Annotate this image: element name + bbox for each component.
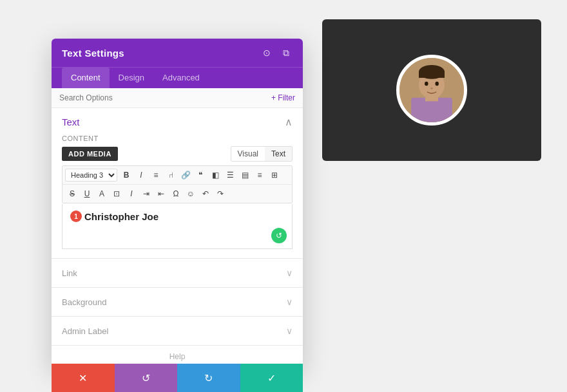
filter-button[interactable]: + Filter [271,93,295,102]
panel-body: Text ∧ Content ADD MEDIA Visual Text [52,108,303,368]
add-media-button[interactable]: ADD MEDIA [62,147,118,161]
text-section-title: Text [62,117,80,127]
avatar [396,55,467,126]
emoji-button[interactable]: ☺ [184,187,198,201]
editor-content-text: Christopher Joe [84,211,159,222]
cancel-button[interactable]: ✕ [52,364,115,392]
panel-header: Text Settings ⊙ ⧉ [52,39,303,67]
align-full-button[interactable]: ≡ [253,168,267,182]
paste-button[interactable]: ⊡ [110,187,124,201]
bottom-toolbar: ✕ ↺ ↻ ✓ [52,364,303,392]
underline-button[interactable]: U [80,187,94,201]
strikethrough-button[interactable]: S [65,187,79,201]
editor-badge: 1 [70,210,82,222]
toolbar-row-1: Heading 3 B I ≡ ⑁ 🔗 ❝ ◧ ☰ ▤ ≡ ⊞ [62,166,292,185]
align-right-button[interactable]: ▤ [238,168,252,182]
table-button[interactable]: ⊞ [267,168,282,182]
confirm-icon: ✓ [267,372,276,384]
editor-toolbar: Heading 3 B I ≡ ⑁ 🔗 ❝ ◧ ☰ ▤ ≡ ⊞ [62,165,293,203]
settings-icon[interactable]: ⊙ [260,46,273,59]
editor-text: 1 Christopher Joe [70,210,284,222]
unordered-list-button[interactable]: ≡ [149,168,163,182]
svg-rect-5 [419,72,445,78]
admin-label-section-label: Admin Label [62,326,108,336]
undo-button[interactable]: ↺ [115,364,178,392]
confirm-button[interactable]: ✓ [240,364,303,392]
indent-button[interactable]: ⇥ [139,187,153,201]
redo-icon: ↻ [204,372,213,384]
text-section: Text ∧ Content ADD MEDIA Visual Text [52,108,303,259]
panel-title: Text Settings [62,48,124,59]
header-icons: ⊙ ⧉ [260,46,293,59]
svg-point-8 [430,88,433,89]
redo-editor-button[interactable]: ↷ [213,187,227,201]
tab-content[interactable]: Content [62,68,110,89]
italic-button[interactable]: I [134,168,148,182]
editor-top-row: ADD MEDIA Visual Text [62,146,293,162]
blockquote-button[interactable]: ❝ [193,168,207,182]
help-label: Help [169,352,186,361]
editor-content[interactable]: 1 Christopher Joe ↺ [62,204,293,249]
admin-label-section[interactable]: Admin Label ∨ [52,317,303,346]
admin-label-chevron-icon: ∨ [286,326,293,336]
svg-point-6 [425,82,428,86]
columns-icon[interactable]: ⧉ [280,46,293,59]
background-section-label: Background [62,297,106,307]
svg-point-7 [435,82,438,86]
bold-button[interactable]: B [119,168,133,182]
content-label: Content [62,135,293,142]
text-color-button[interactable]: A [95,187,109,201]
align-center-button[interactable]: ☰ [223,168,237,182]
link-section-label: Link [62,268,77,278]
toolbar-row-2: S U A ⊡ I ⇥ ⇤ Ω ☺ ↶ ↷ [62,185,292,203]
redo-button[interactable]: ↻ [177,364,240,392]
italic2-button[interactable]: I [124,187,139,201]
text-section-header[interactable]: Text ∧ [52,108,303,135]
tab-advanced[interactable]: Advanced [153,68,209,89]
link-button[interactable]: 🔗 [178,168,193,182]
tab-design[interactable]: Design [110,68,153,89]
link-chevron-icon: ∨ [286,268,293,278]
view-toggle: Visual Text [231,146,293,162]
search-input[interactable] [59,93,271,102]
undo-editor-button[interactable]: ↶ [198,187,213,201]
undo-icon: ↺ [142,372,150,384]
preview-panel [322,19,541,161]
text-view-button[interactable]: Text [265,147,292,161]
panel-tabs: Content Design Advanced [52,67,303,88]
content-section: Content ADD MEDIA Visual Text Heading 3 … [52,135,303,258]
align-left-button[interactable]: ◧ [208,168,222,182]
editor-refresh-icon[interactable]: ↺ [271,228,287,243]
ordered-list-button[interactable]: ⑁ [164,168,178,182]
search-bar: + Filter [52,88,303,108]
link-section[interactable]: Link ∨ [52,259,303,288]
svg-rect-1 [411,98,452,122]
outdent-button[interactable]: ⇤ [154,187,168,201]
visual-view-button[interactable]: Visual [231,147,265,161]
background-chevron-icon: ∨ [286,297,293,307]
special-chars-button[interactable]: Ω [169,187,183,201]
settings-panel: Text Settings ⊙ ⧉ Content Design Advance… [52,39,303,368]
background-section[interactable]: Background ∨ [52,288,303,317]
cancel-icon: ✕ [79,372,87,384]
heading-select[interactable]: Heading 3 [65,169,117,182]
text-section-toggle-icon[interactable]: ∧ [285,116,293,128]
